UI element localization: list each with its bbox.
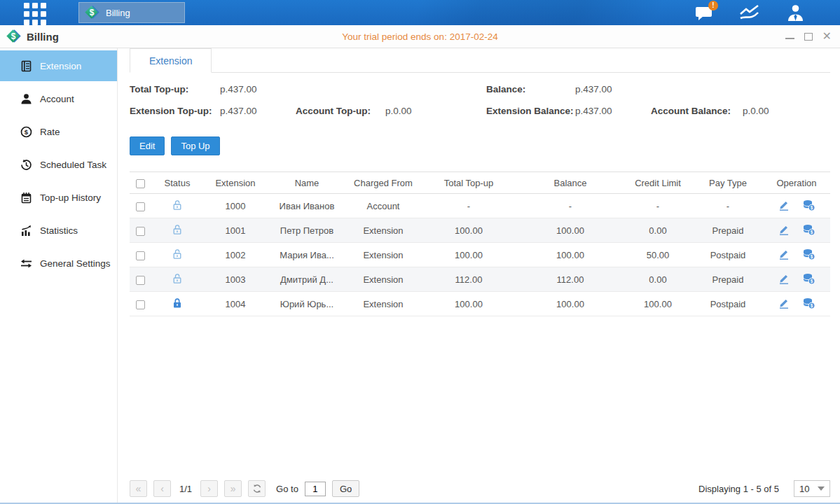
edit-button[interactable]: Edit xyxy=(130,136,165,155)
main-content: Extension Total Top-up: p.437.00 Balance… xyxy=(118,48,840,503)
go-button[interactable]: Go xyxy=(332,480,359,497)
lock-status-icon[interactable] xyxy=(172,298,183,309)
maximize-icon[interactable] xyxy=(804,33,813,41)
cell-balance: 112.00 xyxy=(518,267,623,292)
sidebar-item-rate[interactable]: $ Rate xyxy=(0,116,117,147)
billing-app-window: $ Billing ! xyxy=(0,0,840,504)
cell-charged-from: Extension xyxy=(347,243,420,267)
top-up-row-icon[interactable]: $ xyxy=(797,272,820,287)
minimize-icon[interactable] xyxy=(785,34,794,39)
cell-extension: 1001 xyxy=(204,218,267,243)
lock-status-icon[interactable] xyxy=(172,273,183,284)
account-topup-value: p.0.00 xyxy=(385,106,412,116)
top-up-button[interactable]: Top Up xyxy=(171,136,219,155)
cell-name: Мария Ива... xyxy=(267,243,347,267)
row-checkbox[interactable] xyxy=(136,276,145,285)
lock-status-icon[interactable] xyxy=(172,248,183,260)
balance-value: p.437.00 xyxy=(575,84,612,94)
taskbar: $ Billing ! xyxy=(0,0,840,25)
select-all-checkbox[interactable] xyxy=(136,179,145,188)
cell-charged-from: Extension xyxy=(347,292,420,316)
edit-row-icon[interactable] xyxy=(773,248,795,262)
sidebar-item-extension[interactable]: Extension xyxy=(0,50,117,81)
row-checkbox[interactable] xyxy=(136,251,145,260)
table-header-row: Status Extension Name Charged From Total… xyxy=(130,172,830,194)
col-charged-from: Charged From xyxy=(347,172,420,194)
cell-total-topup: 112.00 xyxy=(420,267,518,292)
next-page-button[interactable]: › xyxy=(200,480,218,497)
top-up-row-icon[interactable]: $ xyxy=(797,297,820,312)
notepad-icon xyxy=(20,192,32,204)
ledger-icon xyxy=(20,60,32,72)
row-checkbox[interactable] xyxy=(136,202,145,211)
goto-page-input[interactable] xyxy=(305,482,326,496)
page-size-select[interactable]: 10 xyxy=(794,480,830,497)
col-operation: Operation xyxy=(763,172,830,194)
notification-badge: ! xyxy=(708,1,718,10)
cell-charged-from: Extension xyxy=(347,267,420,292)
cell-balance: 100.00 xyxy=(518,218,623,243)
refresh-button[interactable] xyxy=(248,480,266,497)
last-page-button[interactable]: » xyxy=(224,480,242,497)
cell-pay-type: - xyxy=(693,194,763,218)
col-pay-type: Pay Type xyxy=(693,172,763,194)
edit-row-icon[interactable] xyxy=(773,223,795,238)
sidebar-item-label: Scheduled Task xyxy=(40,160,106,170)
sidebar-item-label: Top-up History xyxy=(40,192,101,203)
edit-row-icon[interactable] xyxy=(773,272,795,287)
taskbar-tab-label: Billing xyxy=(106,8,130,18)
notifications-chat-icon[interactable]: ! xyxy=(695,5,713,21)
cell-extension: 1000 xyxy=(204,194,267,218)
dollar-circle-icon: $ xyxy=(20,126,32,138)
extension-balance-label: Extension Balance: xyxy=(486,106,574,116)
app-launcher-grid-icon[interactable] xyxy=(24,3,49,22)
lock-status-icon[interactable] xyxy=(172,200,183,211)
tab-extension[interactable]: Extension xyxy=(130,48,212,73)
user-account-icon[interactable] xyxy=(786,4,805,22)
edit-row-icon[interactable] xyxy=(773,199,795,214)
cell-total-topup: 100.00 xyxy=(420,292,518,316)
cell-extension: 1004 xyxy=(204,292,267,316)
edit-row-icon[interactable] xyxy=(773,297,795,312)
cell-credit-limit: - xyxy=(623,194,693,218)
trial-notice: Your trial period ends on: 2017-02-24 xyxy=(0,31,840,42)
sidebar-item-topup-history[interactable]: Top-up History xyxy=(0,182,117,213)
top-up-row-icon[interactable]: $ xyxy=(797,248,820,262)
svg-text:$: $ xyxy=(811,303,813,309)
displaying-range: Displaying 1 - 5 of 5 xyxy=(698,484,779,494)
chevron-down-icon xyxy=(818,486,825,491)
billing-dollar-diamond-icon: $ xyxy=(7,29,21,43)
row-checkbox[interactable] xyxy=(136,227,145,236)
resource-monitor-chart-icon[interactable] xyxy=(738,4,761,21)
top-up-row-icon[interactable]: $ xyxy=(797,199,820,214)
total-topup-value: p.437.00 xyxy=(220,84,257,94)
close-icon[interactable]: ✕ xyxy=(822,32,832,41)
extension-balance-value: p.437.00 xyxy=(575,106,612,116)
sidebar-item-label: Extension xyxy=(40,61,81,71)
previous-page-button[interactable]: ‹ xyxy=(153,480,171,497)
first-page-button[interactable]: « xyxy=(130,480,147,497)
billing-dollar-diamond-icon: $ xyxy=(85,6,99,20)
sidebar-item-scheduled-task[interactable]: Scheduled Task xyxy=(0,149,117,180)
account-balance-label: Account Balance: xyxy=(651,106,731,116)
tab-bar: Extension xyxy=(130,48,830,73)
cell-credit-limit: 0.00 xyxy=(623,218,693,243)
sidebar-item-general-settings[interactable]: General Settings xyxy=(0,248,117,279)
top-up-row-icon[interactable]: $ xyxy=(797,223,820,238)
sidebar-item-label: General Settings xyxy=(40,258,111,269)
cell-charged-from: Extension xyxy=(347,218,420,243)
cell-balance: 100.00 xyxy=(518,243,623,267)
cell-extension: 1003 xyxy=(204,267,267,292)
cell-extension: 1002 xyxy=(204,243,267,267)
row-checkbox[interactable] xyxy=(136,300,145,309)
sidebar-item-account[interactable]: Account xyxy=(0,83,117,114)
cell-name: Иван Иванов xyxy=(267,194,347,218)
lock-status-icon[interactable] xyxy=(172,224,183,235)
svg-text:$: $ xyxy=(811,279,813,284)
col-balance: Balance xyxy=(518,172,623,194)
col-extension: Extension xyxy=(204,172,267,194)
col-credit-limit: Credit Limit xyxy=(623,172,693,194)
sidebar-item-statistics[interactable]: Statistics xyxy=(0,215,117,246)
cell-pay-type: Prepaid xyxy=(693,218,763,243)
taskbar-tab-billing[interactable]: $ Billing xyxy=(78,2,185,23)
